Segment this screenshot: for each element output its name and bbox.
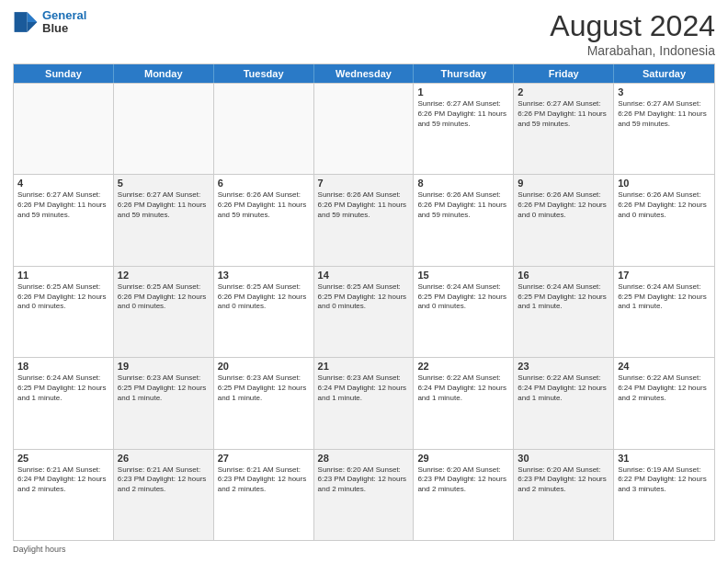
day-number: 8 bbox=[417, 178, 509, 189]
day-info: Sunrise: 6:25 AM Sunset: 6:26 PM Dayligh… bbox=[17, 282, 109, 312]
day-number: 25 bbox=[17, 453, 109, 464]
logo-line2: Blue bbox=[42, 21, 68, 35]
day-number: 13 bbox=[218, 270, 310, 281]
header-day-monday: Monday bbox=[114, 64, 214, 83]
logo-icon bbox=[13, 9, 39, 35]
day-number: 11 bbox=[17, 270, 109, 281]
svg-rect-2 bbox=[15, 12, 28, 32]
day-number: 30 bbox=[518, 453, 609, 464]
empty-cell bbox=[214, 84, 314, 174]
day-number: 24 bbox=[618, 361, 711, 372]
day-cell-6: 6Sunrise: 6:26 AM Sunset: 6:26 PM Daylig… bbox=[214, 175, 314, 265]
day-cell-5: 5Sunrise: 6:27 AM Sunset: 6:26 PM Daylig… bbox=[114, 175, 214, 265]
day-number: 31 bbox=[618, 453, 711, 464]
header-day-saturday: Saturday bbox=[614, 64, 714, 83]
header-day-thursday: Thursday bbox=[414, 64, 514, 83]
day-info: Sunrise: 6:21 AM Sunset: 6:23 PM Dayligh… bbox=[118, 465, 210, 495]
day-cell-25: 25Sunrise: 6:21 AM Sunset: 6:24 PM Dayli… bbox=[14, 450, 114, 540]
day-number: 22 bbox=[417, 361, 509, 372]
day-cell-20: 20Sunrise: 6:23 AM Sunset: 6:25 PM Dayli… bbox=[214, 358, 314, 448]
day-info: Sunrise: 6:27 AM Sunset: 6:26 PM Dayligh… bbox=[417, 99, 509, 129]
day-info: Sunrise: 6:27 AM Sunset: 6:26 PM Dayligh… bbox=[618, 99, 711, 129]
day-info: Sunrise: 6:25 AM Sunset: 6:25 PM Dayligh… bbox=[318, 282, 410, 312]
day-number: 28 bbox=[318, 453, 410, 464]
calendar-row-3: 11Sunrise: 6:25 AM Sunset: 6:26 PM Dayli… bbox=[14, 266, 714, 357]
footer-text: Daylight hours bbox=[13, 545, 66, 554]
day-number: 27 bbox=[218, 453, 310, 464]
day-cell-8: 8Sunrise: 6:26 AM Sunset: 6:26 PM Daylig… bbox=[414, 175, 514, 265]
calendar-row-2: 4Sunrise: 6:27 AM Sunset: 6:26 PM Daylig… bbox=[14, 174, 714, 265]
day-cell-3: 3Sunrise: 6:27 AM Sunset: 6:26 PM Daylig… bbox=[614, 84, 714, 174]
day-cell-7: 7Sunrise: 6:26 AM Sunset: 6:26 PM Daylig… bbox=[314, 175, 415, 265]
subtitle: Marabahan, Indonesia bbox=[550, 43, 715, 58]
day-info: Sunrise: 6:26 AM Sunset: 6:26 PM Dayligh… bbox=[618, 190, 711, 220]
day-info: Sunrise: 6:24 AM Sunset: 6:25 PM Dayligh… bbox=[417, 282, 509, 312]
day-cell-21: 21Sunrise: 6:23 AM Sunset: 6:24 PM Dayli… bbox=[314, 358, 415, 448]
day-number: 17 bbox=[618, 270, 711, 281]
day-info: Sunrise: 6:24 AM Sunset: 6:25 PM Dayligh… bbox=[17, 373, 109, 403]
day-info: Sunrise: 6:27 AM Sunset: 6:26 PM Dayligh… bbox=[17, 190, 109, 220]
day-number: 26 bbox=[118, 453, 210, 464]
day-number: 29 bbox=[417, 453, 509, 464]
day-cell-16: 16Sunrise: 6:24 AM Sunset: 6:25 PM Dayli… bbox=[514, 267, 614, 357]
day-cell-22: 22Sunrise: 6:22 AM Sunset: 6:24 PM Dayli… bbox=[414, 358, 514, 448]
day-number: 14 bbox=[318, 270, 410, 281]
calendar-row-5: 25Sunrise: 6:21 AM Sunset: 6:24 PM Dayli… bbox=[14, 449, 714, 540]
day-cell-12: 12Sunrise: 6:25 AM Sunset: 6:26 PM Dayli… bbox=[114, 267, 214, 357]
day-number: 4 bbox=[17, 178, 109, 189]
day-number: 7 bbox=[318, 178, 410, 189]
calendar: SundayMondayTuesdayWednesdayThursdayFrid… bbox=[13, 63, 715, 541]
day-info: Sunrise: 6:26 AM Sunset: 6:26 PM Dayligh… bbox=[218, 190, 310, 220]
day-number: 3 bbox=[618, 86, 711, 98]
day-info: Sunrise: 6:22 AM Sunset: 6:24 PM Dayligh… bbox=[518, 373, 609, 403]
day-cell-18: 18Sunrise: 6:24 AM Sunset: 6:25 PM Dayli… bbox=[14, 358, 114, 448]
page: General Blue August 2024 Marabahan, Indo… bbox=[0, 0, 728, 563]
day-number: 19 bbox=[118, 361, 210, 372]
day-info: Sunrise: 6:21 AM Sunset: 6:24 PM Dayligh… bbox=[17, 465, 109, 495]
day-cell-29: 29Sunrise: 6:20 AM Sunset: 6:23 PM Dayli… bbox=[414, 450, 514, 540]
day-cell-2: 2Sunrise: 6:27 AM Sunset: 6:26 PM Daylig… bbox=[514, 84, 614, 174]
day-number: 5 bbox=[118, 178, 210, 189]
title-block: August 2024 Marabahan, Indonesia bbox=[550, 9, 715, 58]
day-cell-13: 13Sunrise: 6:25 AM Sunset: 6:26 PM Dayli… bbox=[214, 267, 314, 357]
empty-cell bbox=[114, 84, 214, 174]
logo: General Blue bbox=[13, 9, 86, 36]
day-number: 18 bbox=[17, 361, 109, 372]
calendar-header: SundayMondayTuesdayWednesdayThursdayFrid… bbox=[14, 64, 714, 83]
day-info: Sunrise: 6:24 AM Sunset: 6:25 PM Dayligh… bbox=[518, 282, 609, 312]
logo-line1: General bbox=[42, 8, 86, 22]
day-cell-31: 31Sunrise: 6:19 AM Sunset: 6:22 PM Dayli… bbox=[614, 450, 714, 540]
day-number: 1 bbox=[417, 86, 509, 98]
footer: Daylight hours bbox=[13, 545, 715, 554]
calendar-body: 1Sunrise: 6:27 AM Sunset: 6:26 PM Daylig… bbox=[14, 83, 714, 540]
day-number: 10 bbox=[618, 178, 711, 189]
day-info: Sunrise: 6:21 AM Sunset: 6:23 PM Dayligh… bbox=[218, 465, 310, 495]
svg-marker-0 bbox=[28, 12, 38, 22]
day-info: Sunrise: 6:20 AM Sunset: 6:23 PM Dayligh… bbox=[318, 465, 410, 495]
day-number: 21 bbox=[318, 361, 410, 372]
day-cell-10: 10Sunrise: 6:26 AM Sunset: 6:26 PM Dayli… bbox=[614, 175, 714, 265]
svg-marker-1 bbox=[28, 22, 38, 32]
day-info: Sunrise: 6:22 AM Sunset: 6:24 PM Dayligh… bbox=[417, 373, 509, 403]
day-info: Sunrise: 6:26 AM Sunset: 6:26 PM Dayligh… bbox=[318, 190, 410, 220]
day-info: Sunrise: 6:20 AM Sunset: 6:23 PM Dayligh… bbox=[417, 465, 509, 495]
day-info: Sunrise: 6:23 AM Sunset: 6:25 PM Dayligh… bbox=[218, 373, 310, 403]
day-number: 16 bbox=[518, 270, 609, 281]
day-cell-15: 15Sunrise: 6:24 AM Sunset: 6:25 PM Dayli… bbox=[414, 267, 514, 357]
day-cell-19: 19Sunrise: 6:23 AM Sunset: 6:25 PM Dayli… bbox=[114, 358, 214, 448]
day-info: Sunrise: 6:25 AM Sunset: 6:26 PM Dayligh… bbox=[118, 282, 210, 312]
logo-text: General Blue bbox=[42, 9, 86, 36]
day-number: 20 bbox=[218, 361, 310, 372]
day-number: 15 bbox=[417, 270, 509, 281]
calendar-row-4: 18Sunrise: 6:24 AM Sunset: 6:25 PM Dayli… bbox=[14, 357, 714, 448]
header-day-tuesday: Tuesday bbox=[214, 64, 314, 83]
day-cell-9: 9Sunrise: 6:26 AM Sunset: 6:26 PM Daylig… bbox=[514, 175, 614, 265]
calendar-row-1: 1Sunrise: 6:27 AM Sunset: 6:26 PM Daylig… bbox=[14, 83, 714, 174]
day-info: Sunrise: 6:27 AM Sunset: 6:26 PM Dayligh… bbox=[118, 190, 210, 220]
day-cell-27: 27Sunrise: 6:21 AM Sunset: 6:23 PM Dayli… bbox=[214, 450, 314, 540]
day-info: Sunrise: 6:20 AM Sunset: 6:23 PM Dayligh… bbox=[518, 465, 609, 495]
day-number: 9 bbox=[518, 178, 609, 189]
day-info: Sunrise: 6:19 AM Sunset: 6:22 PM Dayligh… bbox=[618, 465, 711, 495]
day-number: 12 bbox=[118, 270, 210, 281]
day-info: Sunrise: 6:25 AM Sunset: 6:26 PM Dayligh… bbox=[218, 282, 310, 312]
